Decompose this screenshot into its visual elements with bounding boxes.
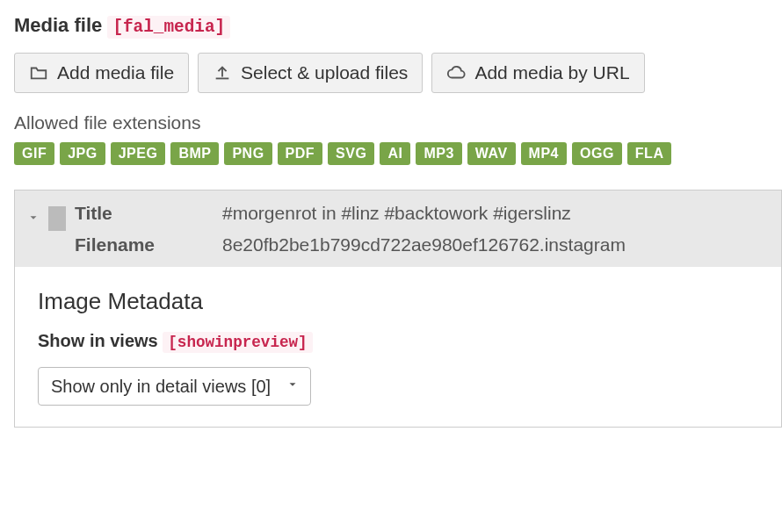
ext-pill: WAV bbox=[467, 142, 516, 165]
media-record-header[interactable]: Title #morgenrot in #linz #backtowork #i… bbox=[15, 191, 781, 267]
media-record-body: Image Metadata Show in views [showinprev… bbox=[15, 267, 781, 427]
media-record-meta: Title #morgenrot in #linz #backtowork #i… bbox=[75, 199, 626, 258]
file-icon bbox=[48, 206, 66, 231]
media-file-field-header: Media file [fal_media] bbox=[14, 14, 782, 37]
ext-pill: OGG bbox=[572, 142, 622, 165]
cloud-icon bbox=[446, 63, 466, 83]
ext-pill: PDF bbox=[278, 142, 323, 165]
show-in-views-select[interactable]: Show only in detail views [0] bbox=[38, 367, 311, 406]
allowed-extensions-row: GIF JPG JPEG BMP PNG PDF SVG AI MP3 WAV … bbox=[14, 142, 782, 165]
select-upload-files-label: Select & upload files bbox=[241, 62, 408, 83]
show-in-views-select-wrap: Show only in detail views [0] bbox=[38, 367, 311, 406]
add-media-by-url-label: Add media by URL bbox=[474, 62, 629, 83]
media-file-label: Media file bbox=[14, 14, 102, 36]
upload-icon bbox=[213, 63, 232, 83]
add-media-by-url-button[interactable]: Add media by URL bbox=[431, 53, 644, 93]
ext-pill: SVG bbox=[328, 142, 374, 165]
add-media-file-label: Add media file bbox=[57, 62, 174, 83]
media-record-panel: Title #morgenrot in #linz #backtowork #i… bbox=[14, 190, 782, 428]
record-filename-label: Filename bbox=[75, 231, 206, 259]
record-title-value: #morgenrot in #linz #backtowork #igersli… bbox=[222, 199, 626, 227]
ext-pill: GIF bbox=[14, 142, 54, 165]
ext-pill: FLA bbox=[627, 142, 672, 165]
ext-pill: JPEG bbox=[111, 142, 166, 165]
ext-pill: BMP bbox=[170, 142, 219, 165]
ext-pill: JPG bbox=[60, 142, 105, 165]
ext-pill: MP4 bbox=[521, 142, 567, 165]
image-metadata-heading: Image Metadata bbox=[38, 288, 758, 315]
chevron-down-icon[interactable] bbox=[27, 199, 40, 227]
ext-pill: PNG bbox=[224, 142, 272, 165]
record-title-label: Title bbox=[75, 199, 206, 227]
allowed-extensions-label: Allowed file extensions bbox=[14, 112, 782, 133]
record-filename-value: 8e20fb2be1b799cd722ae980ef126762.instagr… bbox=[222, 231, 626, 259]
add-media-file-button[interactable]: Add media file bbox=[14, 53, 189, 93]
ext-pill: AI bbox=[380, 142, 410, 165]
show-in-views-label: Show in views bbox=[38, 331, 158, 350]
show-in-views-code: [showinpreview] bbox=[163, 332, 312, 353]
media-file-code: [fal_media] bbox=[107, 16, 230, 39]
show-in-views-field-header: Show in views [showinpreview] bbox=[38, 331, 758, 351]
folder-icon bbox=[29, 63, 48, 83]
select-upload-files-button[interactable]: Select & upload files bbox=[198, 53, 423, 93]
ext-pill: MP3 bbox=[416, 142, 461, 165]
media-action-button-row: Add media file Select & upload files Add… bbox=[14, 53, 782, 93]
